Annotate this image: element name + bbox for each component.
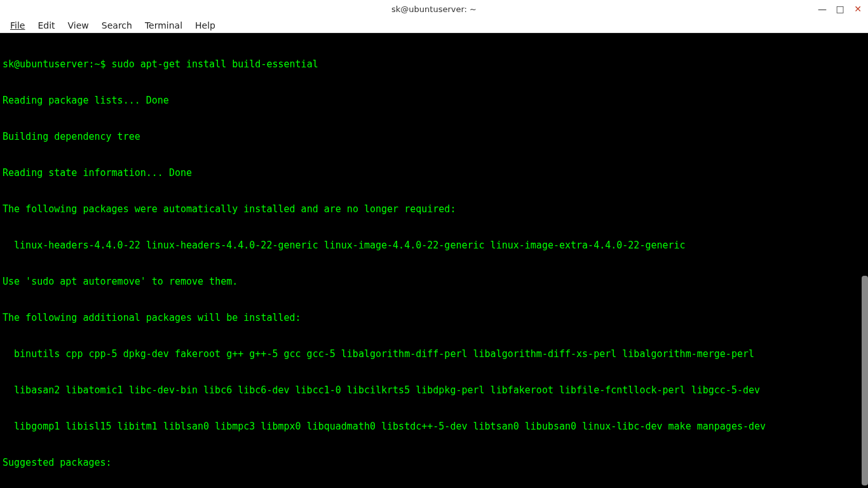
output-line: libasan2 libatomic1 libc-dev-bin libc6 l… (3, 384, 865, 396)
menu-terminal[interactable]: Terminal (140, 19, 187, 32)
output-line: Building dependency tree (3, 131, 865, 143)
menubar: File Edit View Search Terminal Help (0, 18, 868, 33)
terminal-view[interactable]: sk@ubuntuserver:~$ sudo apt-get install … (0, 33, 868, 488)
maximize-icon[interactable]: □ (835, 4, 845, 14)
menu-search[interactable]: Search (97, 19, 137, 32)
output-line: The following additional packages will b… (3, 312, 865, 324)
window-title: sk@ubuntuserver: ~ (391, 4, 477, 14)
command: sudo apt-get install build-essential (112, 58, 318, 70)
output-line: Reading state information... Done (3, 167, 865, 179)
output-line: The following packages were automaticall… (3, 203, 865, 215)
output-line: linux-headers-4.4.0-22 linux-headers-4.4… (3, 240, 865, 252)
output-line: Use 'sudo apt autoremove' to remove them… (3, 276, 865, 288)
window-controls: — □ ✕ (817, 0, 863, 18)
scrollbar-thumb[interactable] (862, 276, 868, 485)
minimize-icon[interactable]: — (817, 4, 827, 14)
output-line: libgomp1 libisl15 libitm1 liblsan0 libmp… (3, 421, 865, 433)
menu-view[interactable]: View (63, 19, 94, 32)
titlebar: sk@ubuntuserver: ~ — □ ✕ (0, 0, 868, 18)
close-icon[interactable]: ✕ (853, 4, 863, 14)
prompt: sk@ubuntuserver:~$ (3, 58, 112, 70)
menu-edit[interactable]: Edit (32, 19, 60, 32)
output-line: Suggested packages: (3, 457, 865, 469)
prompt-line: sk@ubuntuserver:~$ sudo apt-get install … (3, 58, 865, 71)
menu-help[interactable]: Help (190, 19, 220, 32)
scrollbar[interactable] (859, 33, 868, 488)
output-line: binutils cpp cpp-5 dpkg-dev fakeroot g++… (3, 348, 865, 360)
menu-file[interactable]: File (5, 19, 30, 32)
output-line: Reading package lists... Done (3, 95, 865, 107)
